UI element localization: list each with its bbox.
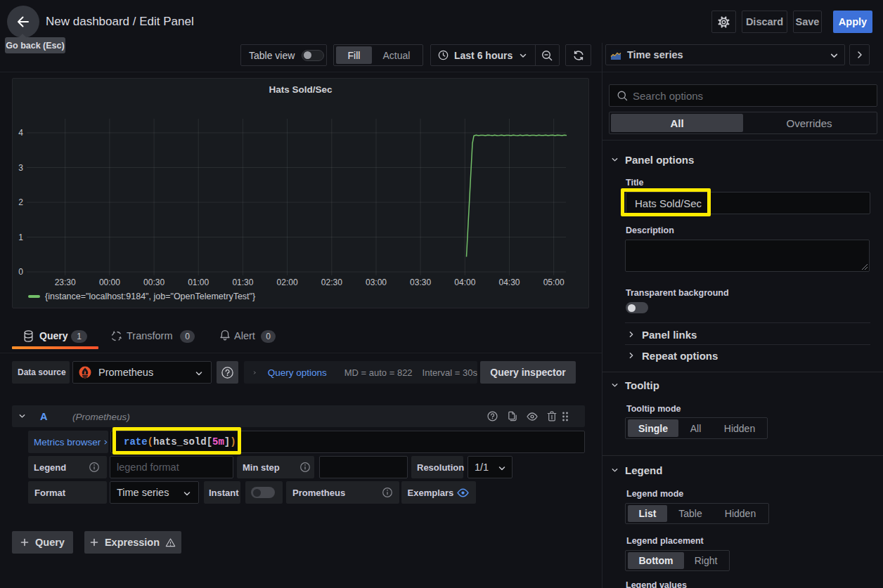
svg-text:1: 1	[18, 233, 23, 242]
svg-text:03:00: 03:00	[366, 277, 387, 287]
svg-text:23:30: 23:30	[55, 277, 76, 287]
svg-text:03:30: 03:30	[410, 277, 431, 287]
svg-text:02:00: 02:00	[277, 277, 298, 287]
svg-text:00:30: 00:30	[143, 277, 165, 287]
svg-text:02:30: 02:30	[321, 277, 342, 287]
svg-text:3: 3	[18, 163, 23, 173]
svg-text:4: 4	[18, 128, 23, 138]
svg-text:04:00: 04:00	[454, 277, 475, 287]
svg-text:01:30: 01:30	[232, 277, 253, 287]
svg-text:0: 0	[18, 267, 23, 277]
svg-text:00:00: 00:00	[99, 277, 120, 287]
svg-text:05:00: 05:00	[543, 277, 565, 287]
svg-text:01:00: 01:00	[188, 277, 209, 287]
svg-text:04:30: 04:30	[498, 277, 520, 287]
svg-text:2: 2	[18, 197, 23, 207]
